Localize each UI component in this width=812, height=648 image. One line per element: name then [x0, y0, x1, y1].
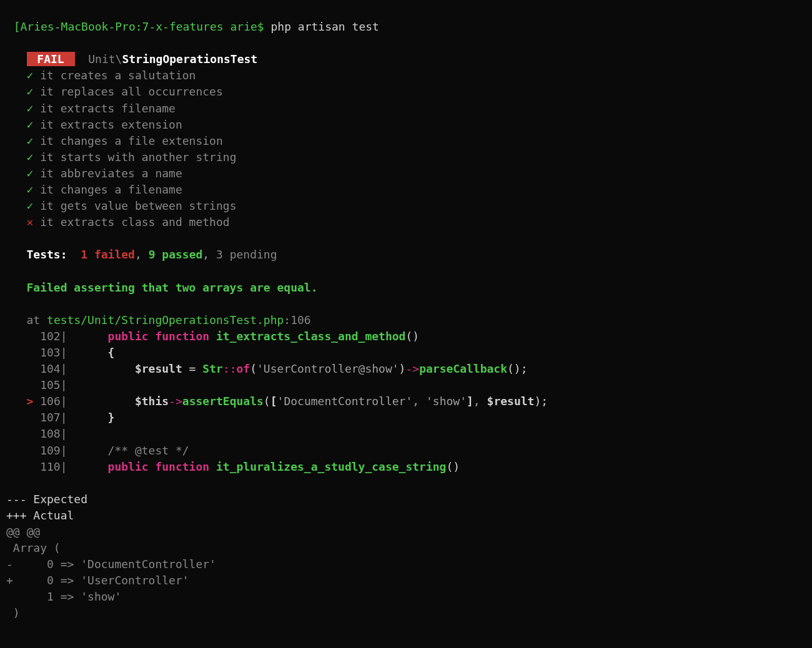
test-name: it gets value between strings [33, 199, 236, 212]
test-name: it abbreviates a name [33, 167, 182, 180]
code-line-108: 108| [0, 426, 812, 442]
cross-icon: ✕ [27, 215, 34, 228]
test-name: it creates a salutation [33, 69, 196, 82]
test-name: it changes a file extension [33, 134, 222, 147]
check-icon: ✓ [27, 69, 34, 82]
error-file-path: tests/Unit/StringOperationsTest.php [47, 313, 284, 326]
suite-class: StringOperationsTest [122, 52, 257, 66]
blank-line [0, 296, 812, 312]
terminal-prompt-line[interactable]: [Aries-MacBook-Pro:7-x-features arie$ ph… [0, 2, 812, 35]
code-line-102: 102| public function it_extracts_class_a… [0, 328, 812, 345]
test-name: it extracts class and method [33, 215, 229, 228]
test-name: it extracts extension [33, 118, 182, 131]
diff-hunk: @@ @@ [0, 524, 812, 540]
code-line-110: 110| public function it_pluralizes_a_stu… [0, 459, 812, 475]
error-message: Failed asserting that two arrays are equ… [0, 280, 812, 296]
test-result-row: ✓ it extracts filename [0, 101, 812, 117]
check-icon: ✓ [27, 134, 34, 147]
summary-label: Tests: [27, 248, 67, 261]
test-result-row: ✓ it replaces all occurrences [0, 84, 812, 100]
test-result-row: ✓ it changes a filename [0, 182, 812, 198]
test-suite-header: FAIL Unit\StringOperationsTest [0, 51, 812, 67]
blank-line [0, 230, 812, 247]
diff-array-close: ) [0, 605, 812, 621]
test-result-row: ✓ it starts with another string [0, 149, 812, 165]
check-icon: ✓ [27, 183, 34, 196]
code-line-105: 105| [0, 377, 812, 393]
function-name-2: it_pluralizes_a_studly_case_string [216, 460, 446, 473]
check-icon: ✓ [27, 85, 34, 98]
check-icon: ✓ [27, 199, 34, 212]
test-result-row: ✓ it extracts extension [0, 117, 812, 133]
tests-summary: Tests: 1 failed, 9 passed, 3 pending [0, 247, 812, 263]
test-name: it starts with another string [33, 150, 236, 164]
fail-badge: FAIL [27, 52, 75, 66]
code-line-107: 107| } [0, 410, 812, 426]
summary-failed: 1 failed [81, 248, 135, 261]
suite-namespace: Unit\ [88, 52, 122, 66]
blank-line [0, 35, 812, 51]
test-result-row: ✕ it extracts class and method [0, 214, 812, 230]
summary-passed: 9 passed [149, 248, 203, 261]
prompt-command: php artisan test [271, 20, 379, 33]
test-name: it changes a filename [33, 183, 182, 196]
check-icon: ✓ [27, 102, 34, 115]
tests-list: ✓ it creates a salutation ✓ it replaces … [0, 67, 812, 230]
diff-array-open: Array ( [0, 540, 812, 556]
check-icon: ✓ [27, 150, 34, 164]
diff-actual-header: +++ Actual [0, 508, 812, 524]
test-name: it extracts filename [33, 102, 176, 115]
code-line-106-highlighted: > 106| $this->assertEquals(['DocumentCon… [0, 393, 812, 410]
code-line-103: 103| { [0, 345, 812, 361]
blank-line [0, 263, 812, 280]
diff-context-line: 1 => 'show' [0, 589, 812, 605]
test-result-row: ✓ it creates a salutation [0, 67, 812, 84]
code-line-109: 109| /** @test */ [0, 443, 812, 459]
check-icon: ✓ [27, 118, 34, 131]
test-result-row: ✓ it gets value between strings [0, 198, 812, 214]
diff-removed-line: - 0 => 'DocumentController' [0, 556, 812, 572]
diff-added-line: + 0 => 'UserController' [0, 572, 812, 589]
prompt-host: [Aries-MacBook-Pro:7-x-features arie$ [14, 20, 271, 33]
summary-pending: 3 pending [216, 248, 277, 261]
test-name: it replaces all occurrences [33, 85, 222, 98]
diff-expected-header: --- Expected [0, 491, 812, 508]
at-label: at [27, 313, 41, 326]
error-line-number: 106 [290, 313, 311, 326]
test-result-row: ✓ it abbreviates a name [0, 165, 812, 182]
check-icon: ✓ [27, 167, 34, 180]
function-name: it_extracts_class_and_method [216, 330, 405, 343]
test-result-row: ✓ it changes a file extension [0, 133, 812, 149]
error-location: at tests/Unit/StringOperationsTest.php:1… [0, 312, 812, 328]
blank-line [0, 475, 812, 491]
code-line-104: 104| $result = Str::of('UserController@s… [0, 361, 812, 377]
